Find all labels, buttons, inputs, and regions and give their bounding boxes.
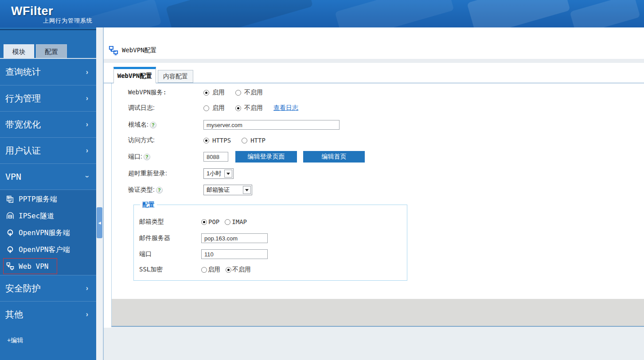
imap-radio[interactable] — [225, 219, 230, 225]
sidebar-item-query-stats[interactable]: 查询统计 › — [0, 59, 96, 85]
port-label-text: 端口: — [128, 153, 142, 161]
ssl-enable-radio[interactable] — [201, 267, 207, 273]
row-mail-port: 端口 — [139, 249, 402, 259]
select-dropdown-icon[interactable] — [243, 186, 251, 194]
wfilter-app: WFilter 上网行为管理系统 模块 配置 查询统计 › 行为管理 › 带宽优… — [0, 0, 644, 360]
row-debug-log: 调试日志: 启用 不启用 查看日志 — [128, 103, 635, 113]
sidebar-collapse-handle[interactable]: ◀ — [97, 207, 102, 238]
submenu-item-openvpn-server[interactable]: OpenVPN服务端 — [0, 225, 96, 241]
sidebar-item-label: 安全防护 — [5, 283, 41, 294]
mail-server-input[interactable] — [201, 233, 268, 243]
chevron-right-icon: › — [86, 94, 88, 102]
submenu-item-openvpn-client[interactable]: OpenVPN客户端 — [0, 241, 96, 258]
sidebar-item-security[interactable]: 安全防护 › — [0, 275, 96, 301]
debug-disable-label: 不启用 — [244, 104, 263, 112]
page-title: WebVPN配置 — [122, 46, 157, 54]
root-domain-label: 根域名: ? — [128, 121, 203, 129]
service-enable-label: 启用 — [212, 89, 225, 97]
ssl-disable-radio[interactable] — [226, 267, 231, 273]
sidebar-menu: 查询统计 › 行为管理 › 带宽优化 › 用户认证 › VPN › — [0, 59, 96, 327]
timeout-select[interactable]: 1小时 — [203, 168, 234, 179]
submenu-item-label: OpenVPN服务端 — [19, 228, 70, 238]
sidebar-item-label: 查询统计 — [5, 66, 41, 78]
network-topology-icon — [6, 262, 14, 270]
mail-port-label: 端口 — [139, 250, 201, 258]
help-icon[interactable]: ? — [144, 154, 150, 160]
https-radio[interactable] — [203, 138, 209, 143]
row-mail-type: 邮箱类型 POP IMAP — [139, 217, 402, 227]
submenu-item-web-vpn[interactable]: Web VPN — [3, 258, 57, 274]
top-header: WFilter 上网行为管理系统 — [0, 0, 644, 27]
chevron-right-icon: › — [86, 120, 88, 128]
sidebar-tab-config[interactable]: 配置 — [36, 44, 67, 58]
openvpn-icon — [6, 246, 14, 254]
pop-radio[interactable] — [201, 219, 207, 225]
root-domain-label-text: 根域名: — [128, 121, 148, 129]
help-icon[interactable]: ? — [156, 187, 163, 194]
auth-type-label: 验证类型: ? — [128, 186, 203, 194]
fieldset-legend: 配置 — [140, 201, 157, 209]
row-root-domain: 根域名: ? — [128, 120, 635, 130]
webvpn-service-label: WebVPN服务: — [128, 89, 203, 97]
port-input[interactable] — [203, 152, 228, 162]
debug-disable-radio[interactable] — [235, 105, 241, 111]
page-title-row: WebVPN配置 — [109, 46, 157, 55]
service-enable-radio[interactable] — [203, 90, 209, 96]
submenu-item-pptp-server[interactable]: PPTP服务端 — [0, 191, 96, 208]
sidebar-item-label: VPN — [5, 171, 21, 182]
mail-type-label: 邮箱类型 — [139, 218, 201, 226]
sidebar-item-label: 带宽优化 — [5, 119, 41, 131]
mail-port-input[interactable] — [201, 249, 268, 259]
sidebar-item-behavior-mgmt[interactable]: 行为管理 › — [0, 85, 96, 111]
sidebar-item-label: 用户认证 — [5, 145, 41, 157]
edit-home-page-button[interactable]: 编辑首页 — [303, 151, 365, 163]
app-logo: WFilter — [11, 4, 53, 18]
imap-label: IMAP — [232, 218, 247, 225]
row-port: 端口: ? 编辑登录页面 编辑首页 — [128, 151, 635, 162]
sidebar-item-other[interactable]: 其他 › — [0, 301, 96, 327]
header-texture — [467, 0, 570, 27]
app-subtitle: 上网行为管理系统 — [43, 17, 93, 25]
https-label: HTTPS — [212, 137, 231, 144]
sidebar-tab-modules[interactable]: 模块 — [4, 44, 34, 58]
row-mail-server: 邮件服务器 — [139, 233, 402, 244]
submenu-item-ipsec-tunnel[interactable]: IPSec隧道 — [0, 208, 96, 225]
tab-content-config[interactable]: 内容配置 — [158, 70, 193, 83]
debug-log-label: 调试日志: — [128, 104, 203, 112]
service-disable-radio[interactable] — [235, 90, 241, 96]
view-log-link[interactable]: 查看日志 — [273, 104, 298, 112]
chevron-right-icon: › — [86, 68, 88, 76]
sidebar-tabs: 模块 配置 — [0, 44, 96, 58]
sidebar-item-bandwidth[interactable]: 带宽优化 › — [0, 111, 96, 137]
content-bg-left — [104, 83, 111, 328]
sidebar-edit-link[interactable]: +编辑 — [7, 337, 23, 345]
panel-footer — [112, 299, 644, 326]
http-radio[interactable] — [242, 138, 247, 143]
header-texture — [335, 0, 454, 27]
sidebar-item-vpn[interactable]: VPN › — [0, 163, 96, 190]
row-timeout: 超时重新登录: 1小时 — [128, 168, 635, 179]
ssl-label: SSL加密 — [139, 266, 201, 274]
header-texture — [166, 0, 313, 27]
auth-type-label-text: 验证类型: — [128, 186, 155, 194]
vpn-submenu: PPTP服务端 IPSec隧道 OpenVPN服务端 — [0, 190, 96, 275]
title-separator — [104, 59, 644, 63]
row-webvpn-service: WebVPN服务: 启用 不启用 — [128, 87, 635, 98]
auth-type-select-value: 邮箱验证 — [204, 186, 243, 194]
row-auth-type: 验证类型: ? 邮箱验证 — [128, 185, 635, 195]
sidebar-item-user-auth[interactable]: 用户认证 › — [0, 137, 96, 163]
edit-login-page-button[interactable]: 编辑登录页面 — [235, 151, 297, 163]
tab-webvpn-config[interactable]: WebVPN配置 — [113, 67, 156, 83]
sidebar-item-label: 其他 — [5, 309, 23, 321]
sidebar-gutter: ◀ — [96, 27, 103, 360]
header-texture — [570, 0, 640, 27]
select-dropdown-icon[interactable] — [224, 170, 232, 178]
debug-enable-radio[interactable] — [203, 105, 209, 111]
auth-type-select[interactable]: 邮箱验证 — [203, 185, 252, 195]
sidebar-divider — [0, 29, 96, 30]
help-icon[interactable]: ? — [150, 122, 156, 128]
row-ssl: SSL加密 启用 不启用 — [139, 264, 402, 275]
ssl-disable-label: 不启用 — [232, 266, 251, 274]
root-domain-input[interactable] — [203, 120, 340, 130]
sidebar: 模块 配置 查询统计 › 行为管理 › 带宽优化 › 用户认证 › VPN — [0, 27, 96, 360]
